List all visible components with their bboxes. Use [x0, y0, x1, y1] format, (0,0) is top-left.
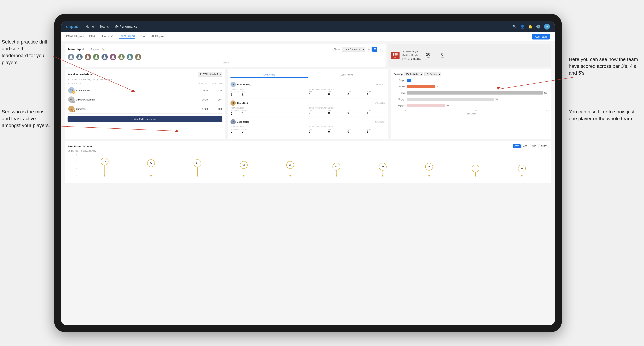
annotation-right-1: Here you can see how the team have score…	[569, 56, 642, 77]
eagles-val: 3	[412, 79, 413, 81]
player-avatar[interactable]	[126, 53, 133, 60]
svg-point-6	[120, 55, 122, 57]
streak-badge: 5x	[286, 161, 294, 169]
y-axis-labels: 8 6 4 2	[68, 154, 78, 176]
nav-home[interactable]: Home	[86, 25, 94, 28]
svg-point-2	[87, 55, 88, 57]
streak-item: 4x	[379, 163, 386, 176]
scoring-card: Scoring Par 3, 4 & 5s All Players Eagles	[391, 69, 551, 139]
annotation-right-2: You can also filter to show just one pla…	[569, 108, 642, 122]
show-select[interactable]: Last 3 months	[342, 47, 365, 52]
player-avatar[interactable]	[110, 53, 116, 60]
settings-icon[interactable]: ⚙️	[536, 24, 540, 29]
par-filter[interactable]: Par 3, 4 & 5s	[404, 72, 423, 76]
player-filter[interactable]: All Players	[424, 72, 441, 76]
streak-tab-app[interactable]: APP	[521, 144, 530, 148]
tab-pgat[interactable]: PGAT Players	[66, 35, 84, 39]
pa-player-3: J Josh Coles	[230, 119, 249, 124]
nav-teams[interactable]: Teams	[100, 25, 109, 28]
tab-most-active[interactable]: Most Active	[230, 72, 308, 78]
player-avatar[interactable]	[68, 53, 74, 60]
tab-team-clippd[interactable]: Team Clippd	[119, 35, 135, 39]
total-rounds-section-3: Total Rounds Tournament 7 Practice 2	[230, 126, 307, 134]
player-avatar[interactable]	[101, 53, 108, 60]
ipad-frame: clippd Home Teams My Performance 🔍 👤 🔔 ⚙…	[54, 14, 562, 332]
nav-links: Home Teams My Performance	[86, 25, 512, 28]
streaks-title: Best Round Streaks	[68, 145, 92, 148]
streak-badge: 5x	[240, 161, 248, 169]
lb-score-2: 18/20	[194, 98, 208, 101]
lb-avatar-2: EC 2	[68, 96, 74, 103]
tab-hcaps[interactable]: Hcaps 1-5	[101, 35, 114, 39]
medal-bronze: 3	[72, 110, 75, 112]
pars-label: Pars	[395, 92, 406, 94]
tab-all-players[interactable]: All Players	[152, 35, 165, 39]
leaderboard-dropdown[interactable]: PUTT Must Make Putting...	[198, 72, 222, 77]
streak-tab-ott[interactable]: OTT	[512, 144, 520, 148]
streak-badge: 4x	[425, 163, 433, 171]
streak-tab-putt[interactable]: PUTT	[539, 144, 548, 148]
eagles-bar-container: 3	[407, 78, 547, 82]
svg-point-8	[138, 55, 139, 57]
avatar[interactable]: U	[544, 23, 550, 29]
player-avatar[interactable]	[135, 53, 142, 60]
navbar-right: 🔍 👤 🔔 ⚙️ U	[512, 23, 550, 29]
total-shots-label: Total Shots	[394, 113, 548, 115]
list-view-btn[interactable]: ☰	[372, 47, 377, 52]
streak-tab-arg[interactable]: ARG	[530, 144, 538, 148]
tab-least-active[interactable]: Least Active	[308, 72, 386, 78]
view-full-leaderboard-button[interactable]: View Full Leaderboard	[68, 116, 222, 122]
add-team-button[interactable]: Add Team	[532, 34, 550, 39]
bell-icon[interactable]: 🔔	[528, 24, 532, 29]
streak-item: 5x	[286, 161, 294, 176]
search-icon[interactable]: 🔍	[512, 24, 517, 29]
detail-view-btn[interactable]: ≡	[378, 47, 383, 52]
streak-item: 4x	[425, 163, 433, 176]
svg-point-1	[78, 55, 80, 57]
team-count: 14 Players	[88, 48, 99, 51]
pa-avatar-2: R	[230, 100, 236, 106]
yards-box-2: 0 yds	[441, 52, 444, 59]
pa-name-1: Blair McHarg	[237, 83, 251, 86]
pa-date-3: 26 Aug 2023	[375, 121, 386, 123]
player-avatar[interactable]	[93, 53, 100, 60]
bar-row-bogeys: Bogeys 311	[395, 97, 547, 101]
streak-line	[244, 169, 244, 176]
main-content: Team Clippd | 14 Players ✏️ Show: Last 3…	[61, 41, 555, 325]
pa-avatar-1: B	[230, 82, 236, 87]
activity-tabs: Most Active Least Active	[230, 72, 385, 78]
streak-dot	[150, 175, 152, 176]
streak-line	[197, 167, 198, 176]
birdies-label: Birdies	[395, 85, 406, 88]
shot-number: 198 sc	[391, 52, 400, 59]
nav-performance[interactable]: My Performance	[114, 25, 138, 28]
streak-dot	[428, 175, 430, 176]
streak-dot	[290, 175, 291, 176]
lb-name-2: Edward Crossman	[76, 98, 95, 101]
user-icon[interactable]: 👤	[520, 24, 525, 29]
player-avatar[interactable]	[84, 53, 91, 60]
activity-card: Most Active Least Active B Blair McHarg …	[228, 69, 388, 139]
grid-view-btn[interactable]: ⊞	[366, 47, 372, 52]
leaderboard-headers: PLAYER NAME PB SCORE PB AVG SQ	[68, 83, 222, 85]
streak-badge: 6x	[194, 159, 201, 167]
streak-item: 6x	[194, 159, 201, 176]
lb-player: RB 1 Richard Butler	[68, 87, 194, 93]
streaks-header: Best Round Streaks OTT APP ARG PUTT	[68, 144, 548, 148]
lb-avatar-1: RB 1	[68, 87, 74, 93]
lb-score-3: 17/20	[194, 108, 208, 110]
pa-date-1: 26 Aug 2023	[375, 83, 386, 85]
bar-row-birdies: Birdies 96	[395, 85, 547, 89]
streaks-subtitle: Off The Tee, Fairway Accuracy	[68, 150, 548, 152]
pa-player-1: B Blair McHarg	[230, 82, 251, 87]
tab-pga[interactable]: PGA	[89, 35, 95, 39]
eagles-label: Eagles	[395, 79, 406, 82]
bar-row-pars: Pars 499	[395, 91, 547, 95]
bogeys-val: 311	[495, 98, 498, 100]
player-avatar[interactable]	[118, 53, 125, 60]
tab-tour[interactable]: Tour	[140, 35, 146, 39]
streak-dot	[243, 175, 244, 176]
practice-leaderboards-card: Practice Leaderboards PUTT Must Make Put…	[65, 69, 225, 139]
edit-icon[interactable]: ✏️	[102, 48, 104, 51]
player-avatar[interactable]	[76, 53, 83, 60]
